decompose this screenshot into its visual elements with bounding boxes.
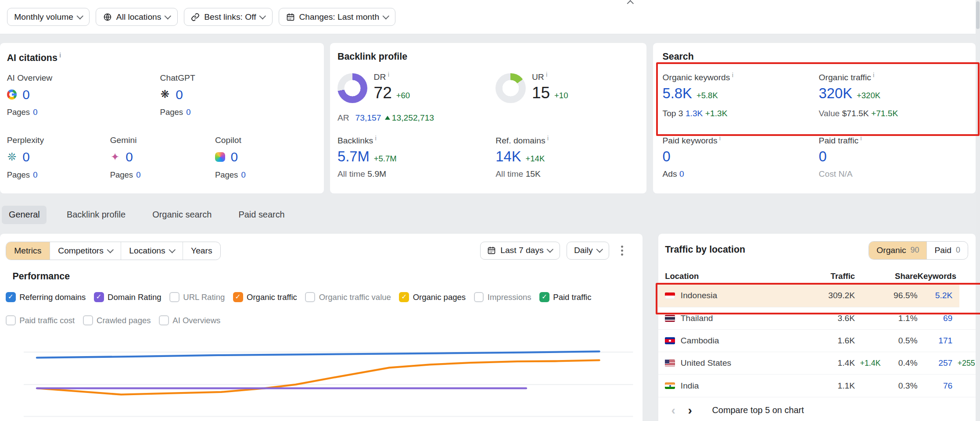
metric-organic-pages[interactable]: Organic pages [399,292,466,302]
metric-referring-domains[interactable]: Referring domains [6,292,86,302]
country-name: India [681,381,699,391]
info-icon[interactable]: i [375,134,376,142]
traffic-by-location-card: Traffic by location Organic90 Paid0 Loca… [658,234,976,421]
view-competitors-dropdown[interactable]: Competitors [50,242,121,260]
table-row-thailand[interactable]: Thailand 3.6K 1.1% 69 [658,307,976,330]
toggle-paid[interactable]: Paid0 [926,242,967,259]
metric-url-rating[interactable]: URL Rating [169,292,225,302]
metric-impressions[interactable]: Impressions [474,292,531,302]
info-icon[interactable]: i [546,71,547,78]
metric-label: Referring domains [19,293,86,302]
table-row-indonesia[interactable]: Indonesia 309.2K 96.5% 5.2K [658,285,959,307]
pages-label: Pages [215,170,238,179]
info-icon[interactable]: i [732,71,733,78]
top3-value-link[interactable]: 1.3K [686,109,703,118]
backlinks-value[interactable]: 5.7M [337,148,370,164]
checkbox-icon[interactable] [159,315,169,325]
checkbox-icon[interactable] [169,292,179,302]
metric-paid-traffic-cost[interactable]: Paid traffic cost [6,315,75,325]
info-icon[interactable]: i [860,134,862,142]
metric-organic-traffic[interactable]: Organic traffic [233,292,297,302]
pages-count-link[interactable]: 0 [241,170,245,179]
ar-value-link[interactable]: 73,157 [355,113,381,122]
organic-keywords-value[interactable]: 5.8K [663,85,692,101]
pages-count-link[interactable]: 0 [136,170,140,179]
info-icon[interactable]: i [59,51,61,59]
chatgpt-value[interactable]: 0 [176,87,183,102]
ref-domains-label: Ref. domainsi [495,134,549,146]
chevron-down-icon [547,246,553,253]
tab-general[interactable]: General [2,206,47,225]
ref-domains-alltime-value: 15K [526,169,541,178]
view-locations-dropdown[interactable]: Locations [121,242,183,260]
competitors-label: Competitors [58,246,104,256]
info-icon[interactable]: i [388,71,389,78]
checkbox-icon[interactable] [539,292,549,302]
ref-domains-value[interactable]: 14K [495,148,521,164]
checkbox-icon[interactable] [6,315,16,325]
info-icon[interactable]: i [547,134,549,142]
checkbox-icon[interactable] [474,292,484,302]
keywords-link[interactable]: 69 [918,314,953,323]
view-metrics-button[interactable]: Metrics [6,242,50,260]
metric-organic-traffic-value[interactable]: Organic traffic value [305,292,391,302]
organic-traffic-value[interactable]: 320K [819,85,853,101]
checkbox-icon[interactable] [399,292,409,302]
table-row-india[interactable]: India 1.1K 0.3% 76 [658,375,976,397]
granularity-dropdown[interactable]: Daily [567,242,609,259]
next-page-icon[interactable]: › [682,404,698,416]
view-years-button[interactable]: Years [183,242,220,260]
tab-organic-search[interactable]: Organic search [146,206,219,225]
tab-paid-search[interactable]: Paid search [232,206,292,225]
ai-overview-metric: AI Overview 0 Pages0 [7,73,107,118]
checkbox-icon[interactable] [94,292,104,302]
changes-dropdown[interactable]: Changes: Last month [279,8,395,25]
ref-domains-change: +14K [526,154,545,163]
checkbox-icon[interactable] [6,292,16,302]
pages-count-link[interactable]: 0 [33,107,37,117]
metric-label: Organic traffic [247,293,297,302]
pages-count-link[interactable]: 0 [33,170,37,179]
checkbox-icon[interactable] [233,292,243,302]
tab-backlink-profile[interactable]: Backlink profile [60,206,132,225]
copilot-value[interactable]: 0 [230,150,238,164]
scrollbar-thumb[interactable] [976,1,979,29]
organic-paid-toggle: Organic90 Paid0 [869,241,968,260]
perplexity-metric: Perplexity ❊0 Pages0 [7,136,107,180]
metric-ai-overviews[interactable]: AI Overviews [159,315,220,325]
backlinks-label: Backlinksi [337,134,397,146]
gemini-value[interactable]: 0 [126,150,133,164]
prev-page-icon[interactable]: ‹ [665,404,682,416]
pages-count-link[interactable]: 0 [186,107,190,117]
ads-value-link[interactable]: 0 [679,169,684,178]
ads-label: Ads [663,169,677,178]
keywords-link[interactable]: 171 [918,336,953,346]
perplexity-value[interactable]: 0 [22,150,30,164]
date-range-dropdown[interactable]: Last 7 days [480,242,560,259]
all-locations-dropdown[interactable]: All locations [96,8,177,25]
table-row-united-states[interactable]: United States 1.4K +1.4K 0.4% 257 +255 [658,352,976,375]
keywords-link[interactable]: 76 [918,381,953,391]
best-links-dropdown[interactable]: Best links: Off [184,8,273,25]
keywords-link[interactable]: 257 [918,358,953,368]
country-name: United States [681,358,731,368]
paid-traffic-value[interactable]: 0 [819,148,827,164]
info-icon[interactable]: i [873,71,874,78]
keywords-link[interactable]: 5.2K [918,291,953,300]
checkbox-icon[interactable] [305,292,315,302]
checkbox-icon[interactable] [83,315,93,325]
toggle-organic[interactable]: Organic90 [869,242,926,259]
monthly-volume-dropdown[interactable]: Monthly volume [7,8,90,25]
metric-domain-rating[interactable]: Domain Rating [94,292,162,302]
ai-overview-value[interactable]: 0 [22,87,30,102]
organic-count: 90 [911,246,919,255]
performance-chart-area[interactable] [24,330,633,421]
chevron-down-icon [383,12,389,19]
info-icon[interactable]: i [719,134,721,142]
paid-keywords-value[interactable]: 0 [663,148,671,164]
scrollbar-track[interactable] [976,0,980,421]
table-row-cambodia[interactable]: Cambodia 1.6K 0.5% 171 [658,330,976,352]
metric-crawled-pages[interactable]: Crawled pages [83,315,151,325]
metric-paid-traffic[interactable]: Paid traffic [539,292,591,302]
kebab-menu-icon[interactable] [616,242,628,260]
